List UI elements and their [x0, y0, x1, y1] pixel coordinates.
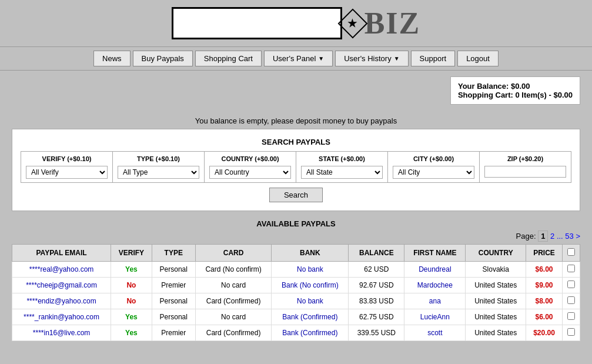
- cell-verify: No: [111, 278, 152, 293]
- cell-balance: 62 USD: [349, 262, 404, 278]
- row-checkbox[interactable]: [567, 312, 575, 320]
- balance-line2: Shopping Cart: 0 Item(s) - $0.00: [458, 91, 573, 99]
- filter-verify-label: VERIFY (+$0.10): [26, 155, 108, 162]
- filter-city: CITY (+$0.00) All City: [388, 152, 480, 182]
- cell-card: No card: [195, 278, 271, 293]
- search-section-title: SEARCH PAYPALS: [21, 138, 571, 146]
- cell-checkbox[interactable]: [563, 293, 580, 309]
- pagination: Page: 1 2 ... 53 >: [12, 232, 580, 241]
- pagination-next-link[interactable]: 2 ... 53 >: [550, 232, 580, 241]
- search-button-row: Search: [21, 188, 571, 202]
- results-table: PAYPAL EMAIL VERIFY TYPE CARD BANK BALAN…: [12, 244, 580, 341]
- email-link[interactable]: ****endiz@yahoo.com: [26, 297, 96, 305]
- cell-checkbox[interactable]: [563, 278, 580, 293]
- filter-verify: VERIFY (+$0.10) All Verify Yes No: [21, 152, 113, 182]
- email-link[interactable]: ****real@yahoo.com: [29, 265, 94, 273]
- filter-city-select[interactable]: All City: [393, 166, 474, 179]
- select-all-checkbox[interactable]: [567, 248, 575, 256]
- cell-bank: No bank: [272, 293, 349, 309]
- col-firstname: FIRST NAME: [404, 245, 466, 262]
- balance-box: Your Balance: $0.00 Shopping Cart: 0 Ite…: [450, 76, 580, 105]
- nav-users-history[interactable]: User's History ▼: [335, 51, 408, 66]
- filter-city-label: CITY (+$0.00): [393, 155, 474, 162]
- table-row: ****_rankin@yahoo.com Yes Personal No ca…: [12, 309, 580, 325]
- cell-type: Personal: [152, 309, 195, 325]
- logo-text: BIZ: [364, 6, 421, 41]
- header-search-input[interactable]: [172, 7, 342, 39]
- cell-email[interactable]: ****_rankin@yahoo.com: [12, 309, 111, 325]
- cell-bank: Bank (No confirm): [272, 278, 349, 293]
- filter-state: STATE (+$0.00) All State: [296, 152, 388, 182]
- cell-email[interactable]: ****in16@live.com: [12, 325, 111, 341]
- email-link[interactable]: ****in16@live.com: [33, 329, 91, 337]
- cell-country: United States: [466, 325, 526, 341]
- cell-checkbox[interactable]: [563, 325, 580, 341]
- filter-zip-label: ZIP (+$0.20): [484, 155, 566, 162]
- cell-email[interactable]: ****real@yahoo.com: [12, 262, 111, 278]
- filter-state-label: STATE (+$0.00): [301, 155, 383, 162]
- site-logo: ★ BIZ: [342, 6, 421, 41]
- cell-verify: Yes: [111, 325, 152, 341]
- filter-type-label: TYPE (+$0.10): [118, 155, 199, 162]
- header: ★ BIZ: [0, 0, 592, 46]
- email-link[interactable]: ****_rankin@yahoo.com: [24, 313, 99, 321]
- cell-type: Premier: [152, 325, 195, 341]
- row-checkbox[interactable]: [567, 328, 575, 336]
- col-card: CARD: [195, 245, 271, 262]
- cell-type: Personal: [152, 262, 195, 278]
- cell-card: Card (No confirm): [195, 262, 271, 278]
- row-checkbox[interactable]: [567, 296, 575, 304]
- cell-verify: No: [111, 293, 152, 309]
- cell-bank: No bank: [272, 262, 349, 278]
- search-button[interactable]: Search: [269, 188, 323, 202]
- table-header-row: PAYPAL EMAIL VERIFY TYPE CARD BANK BALAN…: [12, 245, 580, 262]
- cell-firstname: scott: [404, 325, 466, 341]
- filter-country-label: COUNTRY (+$0.00): [209, 155, 291, 162]
- col-select-all[interactable]: [563, 245, 580, 262]
- cell-firstname: Deundreal: [404, 262, 466, 278]
- cell-firstname: Mardochee: [404, 278, 466, 293]
- cell-checkbox[interactable]: [563, 262, 580, 278]
- nav-users-panel[interactable]: User's Panel ▼: [264, 51, 333, 66]
- filter-type-select[interactable]: All Type Personal Premier: [118, 166, 199, 179]
- search-filters: VERIFY (+$0.10) All Verify Yes No TYPE (…: [21, 151, 571, 183]
- filter-verify-select[interactable]: All Verify Yes No: [26, 166, 108, 179]
- table-row: ****in16@live.com Yes Premier Card (Conf…: [12, 325, 580, 341]
- navigation: News Buy Paypals Shopping Cart User's Pa…: [0, 46, 592, 71]
- cell-country: United States: [466, 293, 526, 309]
- cell-balance: 62.75 USD: [349, 309, 404, 325]
- col-type: TYPE: [152, 245, 195, 262]
- filter-country-select[interactable]: All Country United States Slovakia: [209, 166, 291, 179]
- filter-zip: ZIP (+$0.20): [480, 152, 571, 182]
- filter-state-select[interactable]: All State: [301, 166, 383, 179]
- filter-zip-input[interactable]: [484, 166, 566, 178]
- pagination-current[interactable]: 1: [538, 231, 548, 242]
- balance-line1: Your Balance: $0.00: [458, 82, 573, 91]
- cell-price: $20.00: [526, 325, 563, 341]
- cell-balance: 92.67 USD: [349, 278, 404, 293]
- cell-verify: Yes: [111, 262, 152, 278]
- users-history-dropdown-icon: ▼: [394, 55, 400, 62]
- cell-card: No card: [195, 309, 271, 325]
- cell-bank: Bank (Confirmed): [272, 325, 349, 341]
- row-checkbox[interactable]: [567, 280, 575, 288]
- row-checkbox[interactable]: [567, 265, 575, 272]
- col-email: PAYPAL EMAIL: [12, 245, 111, 262]
- nav-logout[interactable]: Logout: [457, 51, 499, 66]
- table-row: ****endiz@yahoo.com No Personal Card (Co…: [12, 293, 580, 309]
- nav-news[interactable]: News: [93, 51, 131, 66]
- cell-checkbox[interactable]: [563, 309, 580, 325]
- table-row: ****real@yahoo.com Yes Personal Card (No…: [12, 262, 580, 278]
- cell-firstname: LucieAnn: [404, 309, 466, 325]
- cell-email[interactable]: ****endiz@yahoo.com: [12, 293, 111, 309]
- email-link[interactable]: ****cheejp@gmail.com: [26, 281, 97, 289]
- nav-buy-paypals[interactable]: Buy Paypals: [133, 51, 193, 66]
- nav-support[interactable]: Support: [411, 51, 456, 66]
- star-icon: ★: [337, 8, 367, 38]
- cell-country: United States: [466, 309, 526, 325]
- cell-country: Slovakia: [466, 262, 526, 278]
- nav-shopping-cart[interactable]: Shopping Cart: [195, 51, 262, 66]
- cell-card: Card (Confirmed): [195, 293, 271, 309]
- cell-email[interactable]: ****cheejp@gmail.com: [12, 278, 111, 293]
- col-bank: BANK: [272, 245, 349, 262]
